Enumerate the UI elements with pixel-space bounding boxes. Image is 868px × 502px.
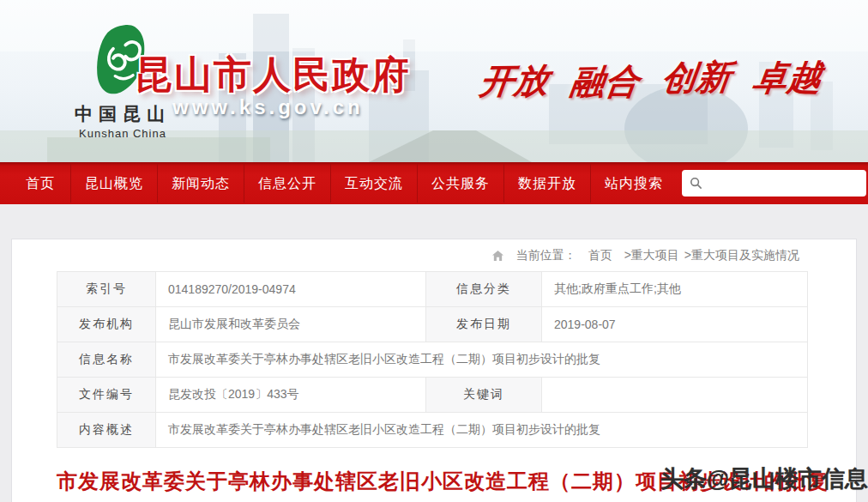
table-row: 内容概述 市发展改革委关于亭林办事处辖区老旧小区改造工程（二期）项目初步设计的批…	[57, 413, 808, 448]
index-number-value: 014189270/2019-04974	[156, 272, 426, 307]
breadcrumb-home[interactable]: 首页	[588, 248, 612, 263]
nav-item-home[interactable]: 首页	[10, 164, 71, 203]
slogan-word: 开放	[477, 57, 552, 105]
home-icon	[491, 250, 504, 262]
keywords-label: 关键词	[426, 378, 542, 413]
publisher-value: 昆山市发展和改革委员会	[156, 307, 426, 342]
publisher-label: 发布机构	[57, 307, 156, 342]
breadcrumb-prefix: 当前位置：	[516, 248, 576, 263]
content-summary-label: 内容概述	[57, 413, 156, 448]
logo-english-name: Kunshan China	[47, 127, 198, 140]
info-name-value: 市发展改革委关于亭林办事处辖区老旧小区改造工程（二期）项目初步设计的批复	[156, 342, 808, 378]
page: 中国昆山 Kunshan China 昆山市人民政府 www.ks.gov.cn…	[0, 0, 868, 502]
nav-item-open-data[interactable]: 数据开放	[504, 164, 591, 203]
search-input[interactable]	[708, 170, 859, 197]
index-number-label: 索引号	[57, 272, 156, 307]
site-search-label: 站内搜索	[591, 164, 677, 203]
nav-item-public-service[interactable]: 公共服务	[418, 164, 504, 203]
site-slogan: 开放 融合 创新 卓越	[477, 52, 825, 106]
publish-date-label: 发布日期	[426, 307, 542, 342]
nav-item-info-disclosure[interactable]: 信息公开	[244, 164, 331, 203]
nav-item-overview[interactable]: 昆山概览	[71, 164, 158, 203]
info-category-value: 其他;政府重点工作;其他	[542, 272, 808, 307]
info-name-label: 信息名称	[57, 342, 156, 378]
breadcrumb-major-projects[interactable]: >重大项目	[624, 248, 679, 263]
table-row: 信息名称 市发展改革委关于亭林办事处辖区老旧小区改造工程（二期）项目初步设计的批…	[57, 342, 808, 378]
nav-item-news[interactable]: 新闻动态	[158, 164, 244, 203]
document-number-value: 昆发改投〔2019〕433号	[156, 378, 426, 413]
document-number-label: 文件编号	[57, 378, 156, 413]
publish-date-value: 2019-08-07	[542, 307, 808, 342]
main-nav: 首页 昆山概览 新闻动态 信息公开 互动交流 公共服务 数据开放 站内搜索 搜 …	[0, 162, 868, 204]
slogan-word: 创新	[660, 53, 734, 101]
table-row: 文件编号 昆发改投〔2019〕433号 关键词	[57, 378, 808, 413]
content-panel: 当前位置： 首页 >重大项目 >重大项目及实施情况 索引号 014189270/…	[11, 239, 857, 502]
toutiao-watermark: 头条@昆山楼市信息	[660, 463, 868, 494]
slogan-word: 卓越	[750, 54, 825, 102]
info-category-label: 信息分类	[426, 272, 542, 307]
table-row: 索引号 014189270/2019-04974 信息分类 其他;政府重点工作;…	[57, 272, 808, 307]
slogan-word: 融合	[568, 57, 642, 106]
site-banner: 中国昆山 Kunshan China 昆山市人民政府 www.ks.gov.cn…	[0, 0, 868, 162]
site-url: www.ks.gov.cn	[172, 95, 364, 119]
search-box[interactable]	[682, 170, 866, 197]
nav-item-interaction[interactable]: 互动交流	[331, 164, 418, 203]
table-row: 发布机构 昆山市发展和改革委员会 发布日期 2019-08-07	[57, 307, 808, 342]
keywords-value	[542, 378, 808, 413]
search-icon	[690, 177, 702, 190]
document-info-table: 索引号 014189270/2019-04974 信息分类 其他;政府重点工作;…	[57, 271, 808, 448]
content-summary-value: 市发展改革委关于亭林办事处辖区老旧小区改造工程（二期）项目初步设计的批复	[156, 413, 808, 448]
breadcrumb: 当前位置： 首页 >重大项目 >重大项目及实施情况	[12, 239, 856, 271]
breadcrumb-major-projects-status[interactable]: >重大项目及实施情况	[684, 248, 799, 263]
site-title: 昆山市人民政府	[135, 50, 411, 100]
